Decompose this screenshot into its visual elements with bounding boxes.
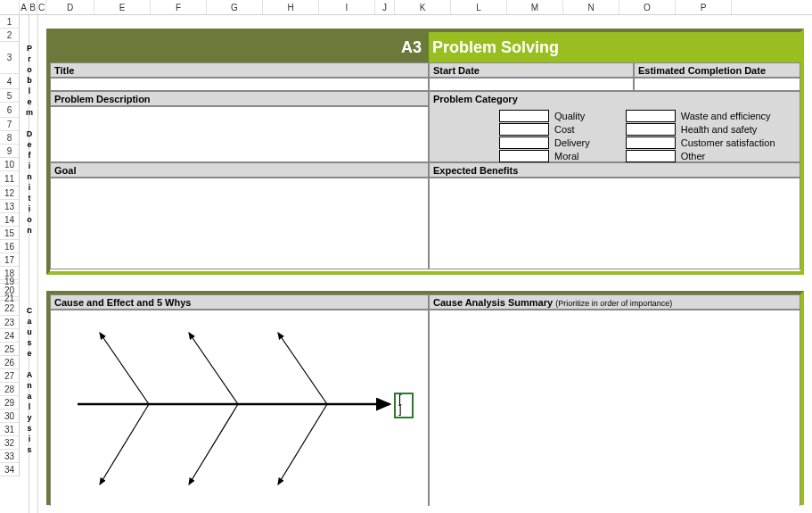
row-2[interactable]: 2: [0, 29, 20, 42]
cat-row-left-3: Moral: [499, 150, 590, 162]
row-6[interactable]: 6: [0, 103, 20, 118]
row-1[interactable]: 1: [0, 15, 20, 29]
row-headers: 1234567891011121314151617181920212223242…: [0, 15, 20, 476]
cat-label: Other: [681, 151, 706, 161]
cat-label: Delivery: [554, 137, 590, 148]
cell-start-date[interactable]: [429, 78, 634, 91]
svg-line-4: [100, 404, 149, 484]
col-B[interactable]: B: [29, 0, 37, 14]
col-G[interactable]: G: [207, 0, 263, 14]
row-9[interactable]: 9: [0, 145, 20, 158]
row-24[interactable]: 24: [0, 329, 20, 343]
row-25[interactable]: 25: [0, 343, 20, 356]
cat-label: Cost: [554, 124, 575, 135]
cat-row-right-3: Other: [626, 150, 775, 162]
row-5[interactable]: 5: [0, 89, 20, 103]
cell-title[interactable]: [50, 78, 429, 91]
cat-row-left-0: Quality: [499, 110, 590, 122]
cell-est-date[interactable]: [634, 78, 800, 91]
cat-box[interactable]: [499, 137, 549, 149]
svg-line-1: [100, 333, 149, 404]
col-E[interactable]: E: [94, 0, 151, 14]
cat-box[interactable]: [626, 137, 676, 149]
svg-line-2: [189, 333, 238, 404]
row-15[interactable]: 15: [0, 227, 20, 240]
title-problem-solving: Problem Solving: [429, 32, 800, 62]
row-34[interactable]: 34: [0, 463, 20, 476]
panel-problem-definition: A3 Problem Solving Title Start Date Esti…: [46, 29, 804, 275]
col-H[interactable]: H: [263, 0, 319, 14]
row-32[interactable]: 32: [0, 436, 20, 450]
cat-row-left-1: Cost: [499, 123, 590, 136]
cell-prob-desc[interactable]: [50, 106, 429, 162]
col-M[interactable]: M: [507, 0, 563, 14]
hdr-title: Title: [50, 62, 429, 78]
row-26[interactable]: 26: [0, 356, 20, 369]
row-17[interactable]: 17: [0, 253, 20, 267]
col-A[interactable]: A: [20, 0, 29, 14]
hdr-start-date: Start Date: [429, 62, 634, 78]
col-F[interactable]: F: [151, 0, 207, 14]
cat-label: Moral: [554, 151, 579, 161]
col-O[interactable]: O: [619, 0, 676, 14]
cat-box[interactable]: [626, 123, 676, 136]
cell-exp-ben[interactable]: [429, 178, 800, 269]
column-headers: A B C D E F G H I J K L M N O P: [0, 0, 812, 15]
col-I[interactable]: I: [319, 0, 375, 14]
row-23[interactable]: 23: [0, 316, 20, 329]
row-11[interactable]: 11: [0, 171, 20, 186]
hdr-cause-effect: Cause and Effect and 5 Whys: [50, 294, 429, 310]
svg-line-5: [189, 404, 238, 484]
row-27[interactable]: 27: [0, 369, 20, 383]
vert-label-problem-def: Problem Definition: [25, 43, 34, 236]
row-3[interactable]: 3: [0, 42, 20, 74]
cat-box[interactable]: [626, 150, 676, 162]
cell-goal[interactable]: [50, 178, 429, 269]
cat-box[interactable]: [499, 123, 549, 136]
hdr-cause-summary: Cause Analysis Summary (Prioritize in or…: [429, 294, 800, 310]
vert-label-cause-analysis: Cause Analysis: [25, 305, 34, 455]
col-P[interactable]: P: [676, 0, 732, 14]
title-a3: A3: [50, 32, 429, 62]
cat-label: Waste and efficiency: [681, 111, 771, 121]
cat-box[interactable]: [626, 110, 676, 122]
col-C[interactable]: C: [37, 0, 46, 14]
cat-row-left-2: Delivery: [499, 137, 590, 149]
hdr-goal: Goal: [50, 162, 429, 178]
hdr-est-date: Estimated Completion Date: [634, 62, 800, 78]
col-K[interactable]: K: [395, 0, 451, 14]
col-L[interactable]: L: [451, 0, 507, 14]
row-22[interactable]: 22: [0, 301, 20, 316]
problem-category-box: Problem Category QualityCostDeliveryMora…: [429, 91, 800, 162]
cat-row-right-0: Waste and efficiency: [626, 110, 775, 122]
cat-row-right-2: Customer satisfaction: [626, 137, 775, 149]
row-31[interactable]: 31: [0, 423, 20, 436]
cell-cause-summary[interactable]: [429, 310, 800, 506]
cat-label: Customer satisfaction: [681, 137, 775, 148]
row-16[interactable]: 16: [0, 240, 20, 253]
row-29[interactable]: 29: [0, 396, 20, 410]
fishbone-diagram-icon: [51, 310, 430, 507]
row-30[interactable]: 30: [0, 410, 20, 423]
row-4[interactable]: 4: [0, 74, 20, 89]
cat-box[interactable]: [499, 110, 549, 122]
col-D[interactable]: D: [46, 0, 94, 14]
col-J[interactable]: J: [375, 0, 395, 14]
row-33[interactable]: 33: [0, 450, 20, 463]
row-14[interactable]: 14: [0, 213, 20, 227]
cat-label: Health and safety: [681, 124, 758, 135]
row-28[interactable]: 28: [0, 383, 20, 396]
cat-box[interactable]: [499, 150, 549, 162]
row-13[interactable]: 13: [0, 200, 20, 213]
cat-row-right-1: Health and safety: [626, 123, 775, 136]
hdr-prob-cat: Problem Category: [430, 92, 800, 107]
row-7[interactable]: 7: [0, 118, 20, 131]
cell-cause-effect[interactable]: [ ]: [50, 310, 429, 506]
col-N[interactable]: N: [563, 0, 619, 14]
row-10[interactable]: 10: [0, 158, 20, 171]
row-8[interactable]: 8: [0, 131, 20, 145]
title-bar: A3 Problem Solving: [50, 32, 800, 62]
cat-label: Quality: [554, 111, 585, 121]
row-12[interactable]: 12: [0, 186, 20, 200]
hdr-prob-desc: Problem Description: [50, 91, 429, 106]
